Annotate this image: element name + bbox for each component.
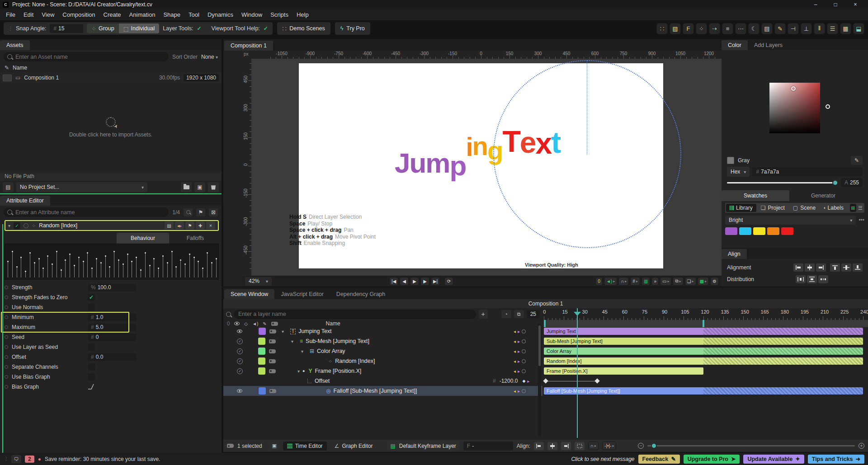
duplicate-icon[interactable]: ❏▸ — [685, 277, 696, 286]
node-header-random-index[interactable]: ▾ ✓ ⁘ Random [Index] ▤ ◂▸ ⚑ ✚ × — [5, 220, 219, 231]
scatter-icon[interactable]: ⁘ — [696, 23, 707, 34]
step-forward-button[interactable]: ▶ — [420, 277, 429, 286]
node-menu-icon[interactable]: ▤ — [165, 221, 174, 230]
feedback-button[interactable]: Feedback✎ — [638, 455, 680, 464]
layer-search-input[interactable] — [234, 310, 476, 319]
keyframe-filter-input[interactable]: F- — [463, 442, 513, 451]
menu-item-animation[interactable]: Animation — [125, 9, 160, 21]
grid-snap-icon[interactable]: #▸ — [630, 277, 640, 286]
menu-item-composition[interactable]: Composition — [58, 9, 99, 21]
align-bottom-button[interactable] — [853, 263, 863, 272]
layer-row-jumping-text[interactable]: ▾ T Jumping Text ◂▸ — [223, 326, 542, 336]
library-tab-project[interactable]: ❏Project — [757, 204, 788, 212]
kf-align-right-button[interactable] — [561, 442, 571, 450]
timeline-zoom-out-icon[interactable]: − — [638, 443, 644, 449]
keyframe-dot-icon[interactable]: ● — [302, 369, 305, 373]
open-folder-icon[interactable] — [181, 182, 192, 192]
hue-marker[interactable] — [826, 104, 830, 109]
play-button[interactable]: ▶ — [410, 277, 419, 286]
prev-keyframe-icon[interactable]: ◂ — [514, 389, 516, 394]
tag-icon[interactable] — [269, 369, 276, 373]
align-stack-icon[interactable]: ≡ — [722, 23, 733, 34]
layout-icon[interactable]: ▥ — [642, 277, 650, 286]
tab-swatches[interactable]: Swatches — [722, 190, 789, 201]
timeline-zoom-in-icon[interactable]: + — [859, 443, 864, 449]
menu-item-dynamics[interactable]: Dynamics — [203, 9, 237, 21]
tab-attribute-editor[interactable]: Attribute Editor — [0, 196, 50, 206]
kf-align-left-button[interactable] — [534, 442, 544, 450]
visibility-toggle[interactable] — [237, 329, 242, 333]
layer-color-chip[interactable] — [259, 328, 266, 335]
lock-icon[interactable]: ⬯ — [227, 321, 230, 326]
work-area-frame-button[interactable] — [575, 442, 585, 450]
tag-counter-icon[interactable]: 0 — [595, 277, 603, 286]
distribute-h-button[interactable] — [796, 275, 806, 283]
expand-chevron-icon[interactable]: ▾ — [282, 329, 284, 334]
color-swatch-0[interactable] — [725, 227, 737, 235]
tag-icon[interactable] — [269, 349, 276, 353]
tab-align[interactable]: Align — [722, 249, 747, 259]
settings-icon[interactable]: ⚙ — [710, 277, 719, 286]
message-count-badge[interactable]: 2 — [25, 456, 34, 463]
next-keyframe-icon[interactable]: ▸ — [518, 349, 520, 354]
snap-angle-input[interactable]: #15 — [50, 24, 83, 33]
save-project-icon[interactable]: ▣ — [194, 182, 205, 192]
keyframe-toggle-icon[interactable] — [522, 329, 526, 333]
project-select[interactable]: No Project Set...▾ — [16, 182, 147, 192]
tab-composition-viewport[interactable]: Composition 1 — [224, 41, 273, 51]
keyframe-toggle-icon[interactable] — [522, 339, 526, 343]
color-mode-select[interactable]: Hex▾ — [727, 167, 750, 177]
next-keyframe-icon[interactable]: ▸ — [518, 339, 520, 344]
apps-grid-icon[interactable]: ⸬ — [656, 23, 668, 34]
menu-item-file[interactable]: File — [2, 9, 19, 21]
timeline-zoom-knob[interactable] — [651, 443, 657, 449]
keyframe-diamond[interactable] — [543, 378, 548, 383]
minimum-input[interactable]: #1.0 — [88, 314, 137, 321]
swatch-group-select[interactable]: Bright▾ — [725, 216, 856, 225]
maximize-button[interactable]: □ — [826, 0, 845, 9]
menu-item-scripts[interactable]: Scripts — [266, 9, 292, 21]
step-back-button[interactable]: ◀ — [400, 277, 409, 286]
expand-chevron-icon[interactable]: ▾ — [291, 339, 293, 344]
prev-keyframe-icon[interactable]: ◂ — [514, 349, 516, 354]
next-keyframe-icon[interactable]: ▸ — [518, 369, 520, 374]
layer-list-scrollbar[interactable] — [538, 324, 541, 437]
keyframe-toggle-icon[interactable] — [522, 389, 526, 393]
library-tab-library[interactable]: Library — [726, 204, 756, 212]
layer-color-chip[interactable] — [258, 338, 265, 345]
graph-editor-button[interactable]: ∠Graph Editor — [330, 442, 377, 451]
search-zoom-icon[interactable] — [184, 208, 193, 216]
tag-icon[interactable] — [269, 329, 276, 333]
clear-search-icon[interactable]: ⊠ — [209, 208, 218, 216]
layer-row-color-array[interactable]: ✓ ▾ ⊞ Color Array ◂▸ — [223, 346, 542, 356]
individual-toggle[interactable]: ⬚Individual — [119, 23, 160, 33]
layer-color-chip[interactable] — [258, 357, 265, 365]
visible-rows-input[interactable]: 25 — [527, 310, 540, 318]
tag-icon[interactable] — [271, 322, 278, 326]
next-keyframe-icon[interactable]: ▸ — [518, 329, 520, 334]
rows-icon[interactable]: ☰ — [827, 23, 838, 34]
visibility-toggle[interactable] — [237, 389, 242, 393]
use-bias-graph-checkbox[interactable] — [88, 373, 95, 380]
group-toggle[interactable]: ⁘Group — [87, 23, 118, 33]
asset-import-dropzone[interactable]: Double click here to import Assets. — [0, 83, 222, 172]
stack-order-icon[interactable]: ⧉ — [514, 310, 524, 318]
keyframe-toggle-icon[interactable] — [522, 359, 526, 363]
align-top-button[interactable] — [830, 263, 840, 272]
tab-add-layers[interactable]: Add Layers — [748, 40, 789, 50]
menu-item-help[interactable]: Help — [292, 9, 313, 21]
drag-grip-icon[interactable]: ⋮ — [8, 26, 12, 32]
seed-input[interactable]: #0 — [88, 333, 137, 341]
tag-icon[interactable] — [269, 389, 276, 393]
audio-icon[interactable]: ◄) — [252, 321, 258, 326]
tag-icon[interactable] — [269, 339, 276, 343]
layer-color-chip[interactable] — [258, 348, 265, 355]
try-pro-button[interactable]: ϟTry Pro — [335, 22, 370, 35]
use-normals-checkbox[interactable] — [88, 304, 95, 311]
menu-item-create[interactable]: Create — [99, 9, 125, 21]
align-middle-v-button[interactable] — [841, 263, 851, 272]
layer-row-falloff[interactable]: ◎ Falloff [Sub-Mesh [Jumping Text]] ◂▸ — [223, 386, 542, 396]
tab-javascript-editor[interactable]: JavaScript Editor — [274, 289, 330, 299]
offset-keyframe-track[interactable] — [544, 376, 868, 386]
keyframe-diamond-icon[interactable]: ◆ — [522, 379, 525, 383]
